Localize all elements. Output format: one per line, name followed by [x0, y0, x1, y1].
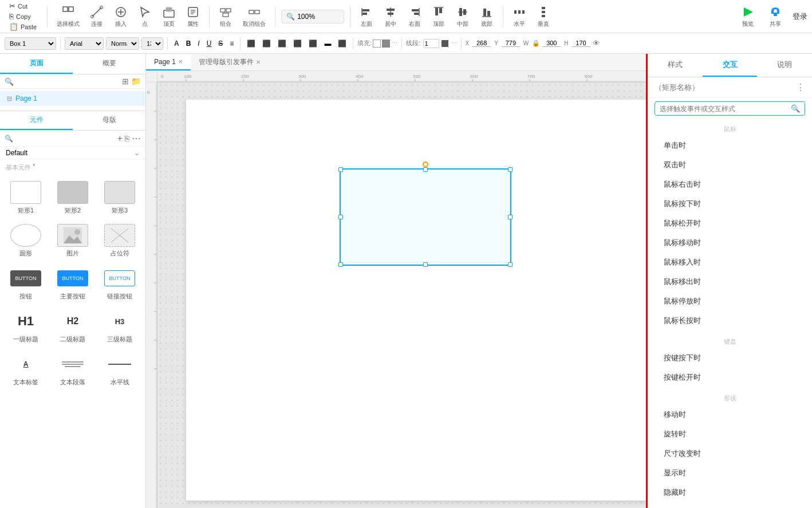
- strikethrough-btn[interactable]: S: [216, 38, 225, 49]
- canvas-tab-master[interactable]: 管理母版引发事件 ✕: [191, 54, 269, 70]
- top-button[interactable]: 顶页: [159, 3, 179, 30]
- page-item-1[interactable]: ⊟ Page 1: [0, 91, 145, 106]
- widget-text-para[interactable]: 文本段落: [52, 351, 94, 389]
- login-button[interactable]: 登录: [793, 11, 807, 22]
- align-center-button[interactable]: 居中: [380, 3, 401, 30]
- insert-button[interactable]: 插入: [111, 3, 131, 30]
- distribute-h-button[interactable]: 水平: [509, 3, 530, 30]
- event-mousemove[interactable]: 鼠标移动时: [655, 233, 805, 253]
- add-page-icon[interactable]: ⊞: [122, 77, 129, 86]
- widget-h3[interactable]: H3 三级标题: [98, 308, 141, 346]
- handle-ml[interactable]: [338, 215, 343, 219]
- fill-color2[interactable]: [382, 40, 390, 48]
- handle-mr[interactable]: [508, 215, 513, 219]
- event-click[interactable]: 单击时: [655, 136, 805, 155]
- tab-elements[interactable]: 元件: [0, 111, 73, 130]
- align-top-button[interactable]: 顶部: [428, 3, 449, 30]
- event-search-input[interactable]: [660, 105, 789, 113]
- canvas-content[interactable]: [157, 82, 646, 508]
- attribute-button[interactable]: 属性: [183, 3, 203, 30]
- event-rightclick[interactable]: 鼠标右击时: [655, 175, 805, 194]
- size-select[interactable]: 13: [141, 37, 163, 50]
- align-justify-btn[interactable]: ⬛: [291, 38, 304, 49]
- event-show[interactable]: 显示时: [655, 463, 805, 483]
- widget-rect1[interactable]: 矩形1: [5, 179, 47, 217]
- event-rotate[interactable]: 旋转时: [655, 424, 805, 444]
- event-resize[interactable]: 尺寸改变时: [655, 444, 805, 463]
- copy-element-icon[interactable]: ⎘: [125, 134, 129, 143]
- bold-btn[interactable]: B: [184, 38, 194, 49]
- valign-mid-btn[interactable]: ▬: [322, 38, 333, 49]
- connect-button[interactable]: 连接: [86, 3, 107, 30]
- tab-masters[interactable]: 母版: [73, 111, 145, 130]
- event-dblclick[interactable]: 双击时: [655, 155, 805, 175]
- widget-placeholder[interactable]: 占位符: [98, 222, 141, 260]
- widget-h2[interactable]: H2 二级标题: [52, 308, 94, 346]
- widget-text-label[interactable]: A 文本标签: [5, 351, 47, 389]
- align-bottom-button[interactable]: 底部: [476, 3, 497, 30]
- handle-bl[interactable]: [338, 262, 343, 267]
- canvas-tab-master-close[interactable]: ✕: [256, 59, 261, 65]
- handle-bm[interactable]: [423, 262, 428, 267]
- tab-page[interactable]: 页面: [0, 54, 73, 74]
- selected-box[interactable]: [340, 168, 511, 266]
- group-button[interactable]: 组合: [215, 3, 236, 30]
- y-input[interactable]: [502, 40, 520, 47]
- w-input[interactable]: [542, 40, 561, 47]
- widget-link-button[interactable]: BUTTON 链接按钮: [98, 265, 141, 303]
- canvas-wrapper[interactable]: 0 100 200 300 400 500 600 700 80: [146, 71, 646, 508]
- prop-name-input[interactable]: [655, 83, 796, 92]
- event-focus[interactable]: 获取焦点时: [655, 502, 805, 508]
- event-move[interactable]: 移动时: [655, 405, 805, 424]
- line-width-input[interactable]: [423, 39, 439, 48]
- copy-button[interactable]: ⎘ Copy: [8, 11, 38, 21]
- fill-color[interactable]: [373, 40, 381, 48]
- h-input[interactable]: [572, 40, 590, 47]
- style-select[interactable]: Normal: [106, 37, 139, 50]
- align-left-button[interactable]: 左面: [356, 3, 377, 30]
- group-expand-icon[interactable]: ⌄: [134, 149, 140, 157]
- share-button[interactable]: 共享: [765, 3, 786, 30]
- valign-bot-btn[interactable]: ⬛: [336, 38, 349, 49]
- handle-br[interactable]: [508, 262, 513, 267]
- point-button[interactable]: 点: [135, 3, 155, 30]
- more-element-icon[interactable]: ⋯: [132, 133, 141, 144]
- preview-button[interactable]: 预览: [738, 3, 758, 30]
- add-folder-icon[interactable]: 📁: [131, 77, 141, 86]
- canvas-tab-page1[interactable]: Page 1 ✕: [146, 54, 191, 70]
- event-mouseout[interactable]: 鼠标移出时: [655, 272, 805, 292]
- event-keyup[interactable]: 按键松开时: [655, 368, 805, 387]
- paste-button[interactable]: 📋 Paste: [8, 22, 38, 31]
- canvas-tab-page1-close[interactable]: ✕: [178, 58, 183, 65]
- tab-interact[interactable]: 交互: [703, 54, 758, 77]
- event-mouselongpress[interactable]: 鼠标长按时: [655, 311, 805, 330]
- font-select[interactable]: Arial: [65, 37, 104, 50]
- widget-hline[interactable]: 水平线: [98, 351, 141, 389]
- x-input[interactable]: [472, 40, 491, 47]
- event-mousedown[interactable]: 鼠标按下时: [655, 194, 805, 214]
- ungroup-button[interactable]: 取消组合: [239, 3, 269, 30]
- page-canvas[interactable]: [186, 100, 646, 501]
- widget-rect2[interactable]: 矩形2: [52, 179, 94, 217]
- select-mode-button[interactable]: 选择模式: [53, 3, 83, 30]
- visibility-icon[interactable]: 👁: [593, 39, 600, 48]
- page-search-input[interactable]: [16, 77, 120, 85]
- font-color-btn[interactable]: A: [172, 38, 182, 49]
- handle-tr[interactable]: [508, 167, 513, 172]
- widget-image[interactable]: 图片: [52, 222, 94, 260]
- handle-tm[interactable]: [423, 167, 428, 172]
- prop-menu-button[interactable]: ⋮: [796, 82, 805, 93]
- box-name-select[interactable]: Box 1: [5, 37, 56, 50]
- event-mouseover[interactable]: 鼠标移入时: [655, 253, 805, 272]
- widget-primary-button[interactable]: BUTTON 主要按钮: [52, 265, 94, 303]
- widget-button[interactable]: BUTTON 按钮: [5, 265, 47, 303]
- widget-rect3[interactable]: 矩形3: [98, 179, 141, 217]
- align-right-button[interactable]: 右面: [404, 3, 425, 30]
- widget-h1[interactable]: H1 一级标题: [5, 308, 47, 346]
- underline-btn[interactable]: U: [204, 38, 214, 49]
- cut-button[interactable]: ✂ Cut: [8, 1, 38, 11]
- align-center-text-btn[interactable]: ⬛: [260, 38, 273, 49]
- align-right-text-btn[interactable]: ⬛: [275, 38, 289, 49]
- add-element-icon[interactable]: +: [117, 133, 123, 144]
- handle-tl[interactable]: [338, 167, 343, 172]
